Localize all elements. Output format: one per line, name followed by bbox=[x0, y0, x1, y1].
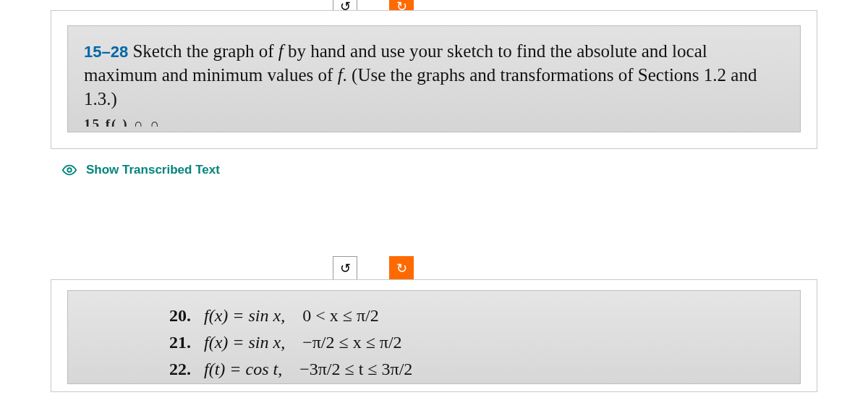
redo-icon: ↻ bbox=[396, 260, 407, 276]
eye-icon bbox=[61, 162, 77, 178]
problem-domain: −3π/2 ≤ t ≤ 3π/2 bbox=[299, 356, 412, 383]
problem-domain: 0 < x ≤ π/2 bbox=[302, 302, 379, 329]
section-range-label: 15–28 bbox=[84, 43, 128, 61]
image-toolbar-bottom: ↺ ↻ bbox=[333, 256, 414, 281]
show-transcribed-button[interactable]: Show Transcribed Text bbox=[61, 162, 220, 178]
problem-row: 22. f(t) = cos t, −3π/2 ≤ t ≤ 3π/2 bbox=[169, 356, 800, 383]
problem-function: f(x) = sin x, bbox=[204, 306, 285, 325]
problem-function: f(t) = cos t, bbox=[204, 360, 282, 378]
instr-f1: f bbox=[278, 41, 284, 61]
problem-row: 21. f(x) = sin x, −π/2 ≤ x ≤ π/2 bbox=[169, 329, 800, 356]
question-image-card-2: 20. f(x) = sin x, 0 < x ≤ π/2 21. f(x) =… bbox=[51, 279, 817, 392]
problem-row: 20. f(x) = sin x, 0 < x ≤ π/2 bbox=[169, 302, 800, 329]
instructions-text: 15–28 Sketch the graph of f by hand and … bbox=[84, 39, 784, 111]
problem-number: 20. bbox=[169, 302, 200, 329]
cutoff-text: 15 f( ) ∩ ∩ bbox=[84, 116, 784, 127]
textbook-instructions-block: 15–28 Sketch the graph of f by hand and … bbox=[67, 25, 801, 132]
show-transcribed-label: Show Transcribed Text bbox=[86, 163, 220, 177]
problem-domain: −π/2 ≤ x ≤ π/2 bbox=[302, 329, 401, 356]
undo-icon: ↺ bbox=[340, 260, 351, 276]
problem-number: 21. bbox=[169, 329, 200, 356]
question-image-card-1: 15–28 Sketch the graph of f by hand and … bbox=[51, 10, 817, 149]
instr-part1: Sketch the graph of bbox=[128, 41, 278, 61]
textbook-problems-block: 20. f(x) = sin x, 0 < x ≤ π/2 21. f(x) =… bbox=[67, 290, 801, 384]
instr-f2: f bbox=[338, 65, 343, 85]
redo-button[interactable]: ↻ bbox=[389, 256, 414, 281]
problem-number: 22. bbox=[169, 356, 200, 383]
undo-button[interactable]: ↺ bbox=[333, 256, 357, 281]
svg-point-0 bbox=[67, 168, 72, 172]
problem-function: f(x) = sin x, bbox=[204, 333, 285, 352]
